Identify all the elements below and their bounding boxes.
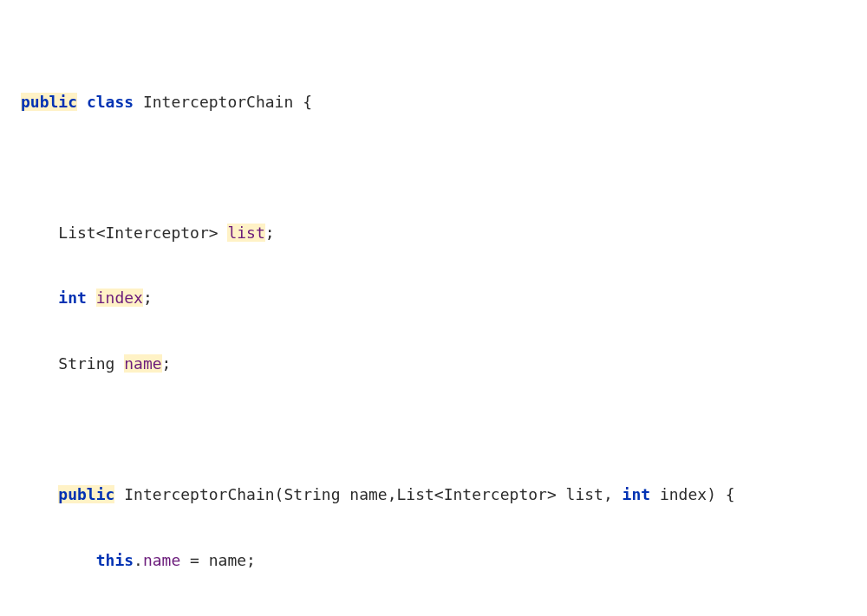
class-name: InterceptorChain { (143, 93, 312, 111)
keyword-this: this (96, 551, 134, 569)
keyword-public: public (58, 485, 114, 503)
code-line: List<Interceptor> list; (21, 222, 867, 243)
keyword-int: int (58, 289, 87, 307)
field-index: index (96, 289, 143, 307)
code-line: int index; (21, 287, 867, 308)
code-line: public class InterceptorChain { (21, 91, 867, 113)
gutter (0, 0, 16, 616)
field-list: list (227, 224, 264, 242)
code-line: this.name = name; (21, 549, 867, 571)
code-line: String name; (21, 353, 867, 374)
code-line: public InterceptorChain(String name,List… (21, 483, 867, 505)
code-line (21, 418, 867, 440)
field-name: name (124, 354, 161, 373)
keyword-public: public (21, 93, 77, 111)
code-line (21, 156, 867, 178)
keyword-int: int (623, 485, 651, 503)
code-editor: public class InterceptorChain { List<Int… (0, 0, 867, 616)
keyword-class: class (87, 93, 134, 111)
